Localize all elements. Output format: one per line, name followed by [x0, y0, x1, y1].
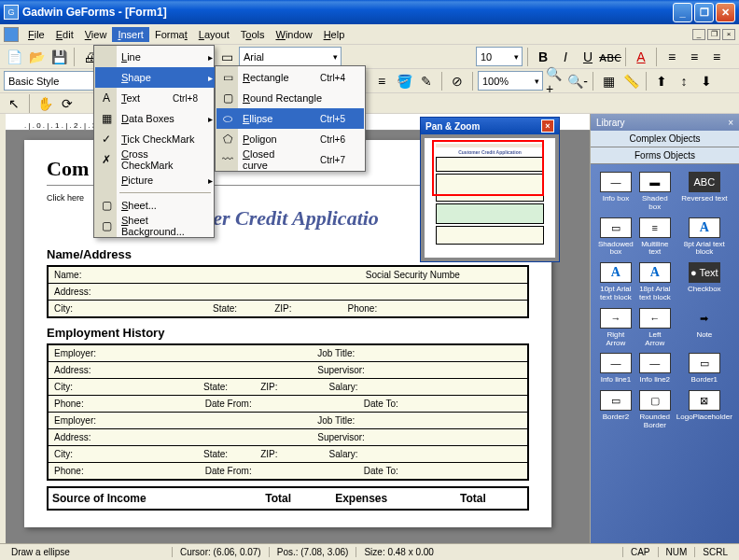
library-close-icon[interactable]: ×	[728, 118, 733, 128]
menu-help[interactable]: Help	[318, 27, 351, 42]
font-color-icon[interactable]: A	[631, 47, 651, 67]
new-icon[interactable]: 📄	[4, 47, 24, 67]
menu-item-cross-checkmark[interactable]: ✗Cross CheckMark	[95, 149, 216, 170]
close-button[interactable]: ✕	[716, 3, 735, 22]
library-item-left-arrow[interactable]: ←Left Arrow	[637, 306, 673, 350]
grid-icon[interactable]: ▦	[598, 71, 619, 91]
panzoom-viewport[interactable]	[432, 140, 544, 196]
panzoom-close-icon[interactable]: ×	[541, 119, 554, 133]
library-title: Library ×	[591, 114, 739, 131]
mdi-minimize[interactable]: _	[692, 29, 705, 40]
align-center-icon[interactable]: ≡	[684, 47, 704, 67]
menu-item-sheet-background-[interactable]: ▢Sheet Background...	[95, 216, 216, 236]
status-scrl: SCRL	[694, 547, 735, 557]
income-table: Source of IncomeTotalExpensesTotal	[47, 486, 529, 511]
library-panel: Library × Complex Objects Forms Objects …	[590, 114, 739, 560]
fill-icon[interactable]: 🪣	[394, 71, 414, 91]
pointer-icon[interactable]: ↖	[4, 93, 24, 114]
titlebar: G Gadwin GeForms - [Form1] _ ❐ ✕	[0, 0, 739, 24]
menu-view[interactable]: View	[79, 27, 113, 42]
line-color-icon[interactable]: ✎	[416, 71, 437, 91]
library-item--pt-arial-text-block[interactable]: A10pt Arial text block	[596, 260, 635, 304]
open-icon[interactable]: 📂	[26, 47, 47, 67]
library-item--pt-arial-text-block[interactable]: A8pt Arial text block	[675, 216, 734, 259]
menu-tools[interactable]: Tools	[235, 27, 271, 42]
library-item-info-line-[interactable]: —Info line2	[637, 351, 673, 386]
library-item-reversed-text[interactable]: ABCReversed text	[675, 170, 734, 214]
library-tab-forms[interactable]: Forms Objects	[591, 147, 739, 164]
font-family-combo[interactable]: Arial	[239, 47, 342, 66]
menu-insert[interactable]: Insert	[112, 27, 149, 42]
save-icon[interactable]: 💾	[49, 47, 69, 67]
zoom-combo[interactable]: 100%	[478, 71, 543, 91]
align-right-icon[interactable]: ≡	[706, 47, 727, 67]
bold-icon[interactable]: B	[533, 47, 553, 67]
ruler-icon[interactable]: 📏	[620, 71, 641, 91]
library-item-shaded-box[interactable]: ▬Shaded box	[637, 170, 673, 214]
menu-layout[interactable]: Layout	[193, 27, 235, 42]
shape-menu-round-rectangle[interactable]: ▢Round Rectangle	[216, 88, 364, 108]
menu-item-sheet-[interactable]: ▢Sheet...	[95, 195, 216, 216]
valign-mid-icon[interactable]: ↕	[674, 71, 694, 91]
status-size: Size: 0.48 x 0.00	[356, 547, 441, 557]
section-employment: Employment History	[47, 326, 529, 340]
zoom-out-icon[interactable]: 🔍-	[567, 71, 588, 91]
menu-item-picture[interactable]: Picture	[95, 170, 216, 190]
italic-icon[interactable]: I	[555, 47, 576, 67]
rotate-icon[interactable]: ⟳	[57, 93, 77, 114]
panzoom-title[interactable]: Pan & Zoom ×	[421, 118, 559, 134]
strike-icon[interactable]: ᴀʙᴄ	[600, 47, 620, 67]
line-weight-icon[interactable]: ≡	[371, 71, 392, 91]
insert-dropdown: LineShapeATextCtrl+8▦Data Boxes✓Tick Che…	[93, 45, 215, 238]
shape-menu-poligon[interactable]: ⬠PoligonCtrl+6	[216, 129, 364, 149]
library-item-border-[interactable]: ▭Border2	[596, 388, 635, 432]
library-item--pt-arial-text-block[interactable]: A18pt Arial text block	[637, 260, 673, 304]
hand-icon[interactable]: ✋	[35, 93, 55, 114]
status-cap: CAP	[622, 547, 658, 557]
menu-item-text[interactable]: ATextCtrl+8	[95, 88, 216, 108]
library-item-info-box[interactable]: —Info box	[596, 170, 635, 214]
menu-format[interactable]: Format	[149, 27, 193, 42]
status-pos: Pos.: (7.08, 3.06)	[269, 547, 356, 557]
library-item-rounded-border[interactable]: ▢Rounded Border	[637, 388, 673, 432]
shape-submenu: ▭RectangleCtrl+4▢Round Rectangle⬭Ellipse…	[215, 65, 366, 172]
shape-menu-ellipse[interactable]: ⬭EllipseCtrl+5	[216, 108, 364, 129]
insert-rect-icon[interactable]: ▭	[216, 47, 237, 67]
page-title: Com	[47, 157, 89, 181]
zoom-in-icon[interactable]: 🔍+	[545, 71, 565, 91]
mdi-restore[interactable]: ❐	[707, 29, 720, 40]
mdi-icon	[4, 27, 19, 42]
menu-edit[interactable]: Edit	[50, 27, 79, 42]
menu-item-data-boxes[interactable]: ▦Data Boxes	[95, 108, 216, 129]
panzoom-window[interactable]: Pan & Zoom × Customer Credit Application	[420, 117, 560, 262]
library-item-note[interactable]: ➡Note	[675, 306, 734, 350]
library-item-shadowed-box[interactable]: ▭Shadowed box	[596, 216, 635, 259]
menu-item-line[interactable]: Line	[95, 47, 216, 67]
library-item-multiline-text[interactable]: ≡Multiline text	[637, 216, 673, 259]
library-item-logoplaceholder[interactable]: ⊠LogoPlaceholder	[675, 388, 734, 432]
shape-menu-rectangle[interactable]: ▭RectangleCtrl+4	[216, 67, 364, 88]
no-fill-icon[interactable]: ⊘	[447, 71, 467, 91]
panzoom-preview[interactable]: Customer Credit Application	[425, 138, 555, 258]
align-left-icon[interactable]: ≡	[662, 47, 682, 67]
library-tab-complex[interactable]: Complex Objects	[591, 131, 739, 147]
underline-icon[interactable]: U	[578, 47, 598, 67]
font-size-combo[interactable]: 10	[476, 47, 523, 66]
library-item-checkbox[interactable]: ● TextCheckbox	[675, 260, 734, 304]
library-item-right-arrow[interactable]: →Right Arrow	[596, 306, 635, 350]
maximize-button[interactable]: ❐	[694, 3, 714, 22]
library-item-info-line-[interactable]: —Info line1	[596, 351, 635, 386]
mdi-close[interactable]: ×	[722, 29, 735, 40]
menu-item-tick-checkmark[interactable]: ✓Tick CheckMark	[95, 129, 216, 149]
menu-file[interactable]: File	[22, 27, 50, 42]
minimize-button[interactable]: _	[673, 3, 692, 22]
titlebar-text: Gadwin GeForms - [Form1]	[22, 6, 673, 19]
menu-window[interactable]: Window	[270, 27, 317, 42]
status-num: NUM	[658, 547, 695, 557]
library-item-border-[interactable]: ▭Border1	[675, 351, 734, 386]
shape-menu-closed-curve[interactable]: 〰Closed curveCtrl+7	[216, 149, 364, 170]
style-combo[interactable]: Basic Style	[4, 71, 106, 91]
menu-item-shape[interactable]: Shape	[95, 67, 216, 88]
valign-top-icon[interactable]: ⬆	[651, 71, 672, 91]
valign-bot-icon[interactable]: ⬇	[696, 71, 717, 91]
